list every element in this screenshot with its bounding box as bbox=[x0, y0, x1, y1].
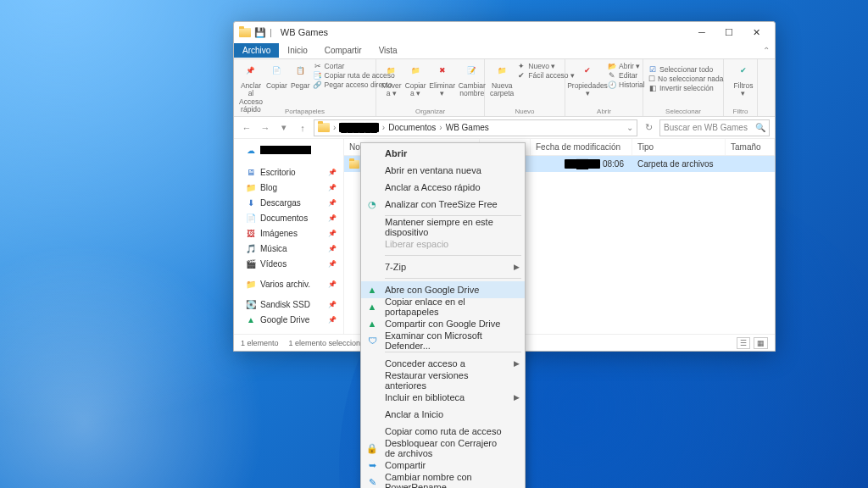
maximize-button[interactable]: ☐ bbox=[715, 23, 743, 42]
filters-button[interactable]: ✔Filtros ▾ bbox=[729, 62, 758, 98]
menu-item-analizar-con-treesize-free[interactable]: ◔Analizar con TreeSize Free bbox=[361, 196, 525, 213]
pin-quick-access-button[interactable]: 📌Anclar al Acceso rápido bbox=[239, 62, 263, 114]
sidebar-item-v-deos[interactable]: 🎬Vídeos📌 bbox=[234, 256, 343, 271]
menu-item-examinar-con-microsoft-defender[interactable]: 🛡Examinar con Microsoft Defender... bbox=[361, 332, 525, 349]
menu-item-abre-con-google-drive[interactable]: ▲Abre con Google Drive bbox=[361, 281, 525, 298]
breadcrumb-dropdown-button[interactable]: ⌄ bbox=[626, 123, 633, 132]
tab-view[interactable]: Vista bbox=[370, 43, 406, 58]
select-none-button[interactable]: ☐No seleccionar nada bbox=[648, 75, 718, 83]
pin-icon: 📌 bbox=[328, 169, 337, 176]
address-bar: ← → ▾ ↑ › ██████ › Documentos › WB Games… bbox=[234, 117, 775, 139]
properties-button[interactable]: ✔Propiedades ▾ bbox=[570, 62, 604, 98]
edit-button[interactable]: ✎Editar bbox=[608, 71, 645, 80]
menu-item-copiar-como-ruta-de-acceso[interactable]: Copiar como ruta de acceso bbox=[361, 423, 525, 440]
shortcut-icon: 🔗 bbox=[314, 80, 322, 89]
menu-item-label: Conceder acceso a bbox=[385, 358, 465, 369]
save-icon[interactable]: 💾 bbox=[254, 26, 266, 38]
pin-icon: 📌 bbox=[242, 62, 260, 80]
sidebar-item-varios-archiv-[interactable]: 📁Varios archiv.📌 bbox=[234, 276, 343, 291]
col-date[interactable]: Fecha de modificación bbox=[531, 139, 632, 155]
menu-item-anclar-a-inicio[interactable]: Anclar a Inicio bbox=[361, 406, 525, 423]
tab-home[interactable]: Inicio bbox=[279, 43, 315, 58]
pin-icon: 📌 bbox=[328, 301, 337, 308]
tab-file[interactable]: Archivo bbox=[234, 43, 279, 58]
copy-to-button[interactable]: 📁Copiar a ▾ bbox=[405, 62, 426, 98]
sidebar-item-google-drive[interactable]: ▲Google Drive📌 bbox=[234, 312, 343, 327]
menu-item-cambiar-nombre-con-powerrename[interactable]: ✎Cambiar nombre con PowerRename bbox=[361, 474, 525, 488]
paste-button[interactable]: 📋Pegar bbox=[291, 62, 310, 90]
ribbon-collapse-button[interactable]: ⌃ bbox=[758, 46, 775, 55]
breadcrumb-part[interactable]: Documentos bbox=[388, 123, 436, 132]
sidebar-item-label: Música bbox=[260, 244, 287, 253]
menu-item-mantener-siempre-en-este-dispositivo[interactable]: Mantener siempre en este dispositivo bbox=[361, 219, 525, 236]
rename-icon: 📝 bbox=[463, 62, 481, 80]
folder-icon bbox=[349, 160, 359, 169]
refresh-button[interactable]: ↻ bbox=[641, 120, 656, 136]
menu-item-label: Restaurar versiones anteriores bbox=[385, 370, 509, 391]
sidebar-item-sandisk-ssd[interactable]: 💽Sandisk SSD📌 bbox=[234, 297, 343, 312]
move-icon: 📁 bbox=[382, 62, 401, 80]
menu-item-compartir-con-google-drive[interactable]: ▲Compartir con Google Drive bbox=[361, 315, 525, 332]
menu-item-desbloquear-con-cerrajero-de-archivos[interactable]: 🔒Desbloquear con Cerrajero de archivos bbox=[361, 440, 525, 457]
move-to-button[interactable]: 📁Mover a ▾ bbox=[381, 62, 402, 98]
breadcrumb-user-redacted: ██████ bbox=[339, 123, 379, 132]
select-all-button[interactable]: ☑Seleccionar todo bbox=[648, 65, 718, 74]
menu-item-incluir-en-biblioteca[interactable]: Incluir en biblioteca▶ bbox=[361, 389, 525, 406]
tab-share[interactable]: Compartir bbox=[316, 43, 370, 58]
copy-button[interactable]: 📄Copiar bbox=[266, 62, 287, 90]
folder-icon bbox=[318, 123, 330, 132]
history-icon: 🕘 bbox=[608, 80, 616, 89]
open-button[interactable]: 📂Abrir ▾ bbox=[608, 62, 645, 70]
menu-item-label: Liberar espacio bbox=[385, 239, 448, 249]
copy-icon: 📄 bbox=[267, 62, 286, 80]
menu-item-restaurar-versiones-anteriores[interactable]: Restaurar versiones anteriores bbox=[361, 372, 525, 389]
group-label-organize: Organizar bbox=[376, 108, 484, 115]
view-icons-button[interactable]: ▦ bbox=[754, 337, 768, 349]
sidebar-item-m-sica[interactable]: 🎵Música📌 bbox=[234, 241, 343, 256]
menu-item-conceder-acceso-a[interactable]: Conceder acceso a▶ bbox=[361, 355, 525, 372]
minimize-button[interactable]: ─ bbox=[688, 23, 715, 42]
menu-item-label: Abrir en ventana nueva bbox=[385, 165, 481, 175]
sidebar-item-descargas[interactable]: ⬇Descargas📌 bbox=[234, 195, 343, 210]
close-button[interactable]: ✕ bbox=[743, 23, 770, 42]
pin-icon: 📌 bbox=[328, 316, 337, 324]
menu-item-7-zip[interactable]: 7-Zip▶ bbox=[361, 258, 525, 275]
menu-item-label: Cambiar nombre con PowerRename bbox=[385, 472, 509, 488]
pin-icon: 📌 bbox=[328, 199, 337, 207]
cut-icon: ✂ bbox=[314, 62, 322, 70]
rename-button[interactable]: 📝Cambiar nombre bbox=[459, 62, 486, 98]
history-button[interactable]: 🕘Historial bbox=[608, 80, 645, 89]
pin-icon: 📌 bbox=[328, 260, 337, 268]
breadcrumb[interactable]: › ██████ › Documentos › WB Games ⌄ bbox=[314, 119, 637, 136]
view-details-button[interactable]: ☰ bbox=[737, 337, 750, 349]
sidebar-item-label: Documentos bbox=[260, 214, 308, 223]
defender-icon: 🛡 bbox=[366, 335, 378, 347]
sidebar-item-documentos[interactable]: 📄Documentos📌 bbox=[234, 210, 343, 225]
row-time: 08:06 bbox=[603, 159, 624, 169]
delete-button[interactable]: ✖Eliminar ▾ bbox=[430, 62, 455, 98]
nav-recent-button[interactable]: ▾ bbox=[276, 120, 292, 136]
col-type[interactable]: Tipo bbox=[632, 139, 726, 155]
menu-item-label: Anclar a Inicio bbox=[385, 409, 443, 419]
sidebar-item-im-genes[interactable]: 🖼Imágenes📌 bbox=[234, 225, 343, 241]
new-folder-button[interactable]: 📁Nueva carpeta bbox=[490, 62, 514, 98]
nav-forward-button[interactable]: → bbox=[258, 120, 273, 136]
menu-item-copiar-enlace-en-el-portapapeles[interactable]: ▲Copiar enlace en el portapapeles bbox=[361, 298, 525, 315]
menu-item-compartir[interactable]: ➥Compartir bbox=[361, 457, 525, 474]
sidebar-item-onedrive[interactable]: ☁ bbox=[234, 142, 343, 158]
pin-icon: 📌 bbox=[328, 184, 337, 191]
sidebar-item-label: Google Drive bbox=[260, 315, 309, 324]
search-input[interactable]: Buscar en WB Games 🔍 bbox=[659, 119, 770, 136]
col-size[interactable]: Tamaño bbox=[726, 139, 775, 155]
sidebar-item-blog[interactable]: 📁Blog📌 bbox=[234, 180, 343, 195]
menu-item-abrir[interactable]: Abrir bbox=[361, 145, 525, 162]
properties-icon: ✔ bbox=[578, 62, 597, 80]
nav-back-button[interactable]: ← bbox=[239, 120, 254, 136]
menu-item-abrir-en-ventana-nueva[interactable]: Abrir en ventana nueva bbox=[361, 162, 525, 179]
sidebar-item-escritorio[interactable]: 🖥Escritorio📌 bbox=[234, 164, 343, 180]
nav-up-button[interactable]: ↑ bbox=[295, 120, 310, 136]
menu-item-anclar-a-acceso-r-pido[interactable]: Anclar a Acceso rápido bbox=[361, 179, 525, 196]
invert-selection-button[interactable]: ◧Invertir selección bbox=[648, 84, 718, 92]
menu-item-label: Desbloquear con Cerrajero de archivos bbox=[385, 438, 509, 458]
breadcrumb-part[interactable]: WB Games bbox=[446, 123, 489, 132]
